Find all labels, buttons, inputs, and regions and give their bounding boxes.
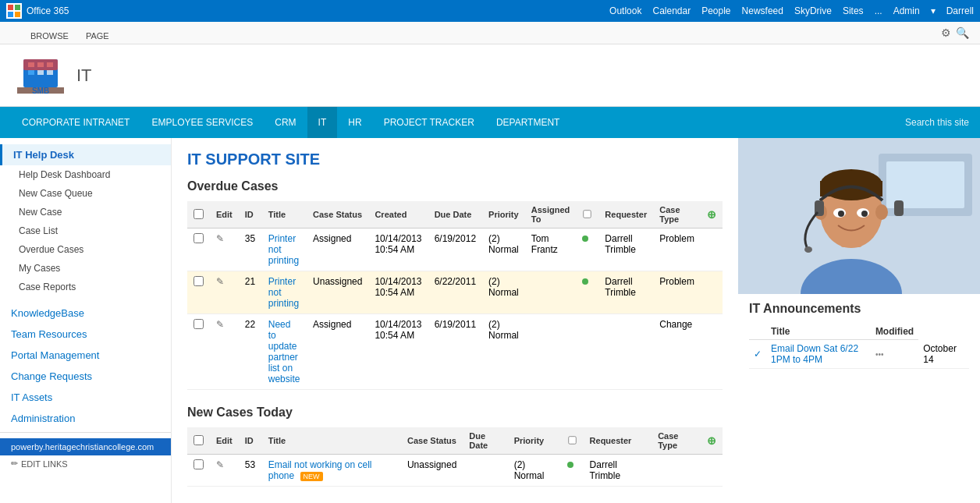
o365-app-name: Office 365 bbox=[27, 5, 69, 16]
row-extra bbox=[701, 455, 723, 487]
search-icon[interactable]: 🔍 bbox=[956, 27, 969, 39]
col-assigned: Assigned To bbox=[525, 201, 577, 228]
select-all-checkbox2[interactable] bbox=[194, 435, 204, 445]
svg-rect-8 bbox=[28, 70, 34, 75]
sidebar-item-case-list[interactable]: Case List bbox=[0, 221, 171, 240]
row-title[interactable]: Printer not printing bbox=[262, 271, 307, 314]
ribbon-tabs: BROWSE PAGE bbox=[11, 22, 129, 44]
site-header: SMB IT bbox=[0, 44, 980, 107]
row-requester: Darrell Trimble bbox=[584, 455, 652, 487]
o365-calendar[interactable]: Calendar bbox=[652, 5, 691, 16]
row-casetype: Change bbox=[653, 314, 701, 390]
sidebar-item-portal-management[interactable]: Portal Management bbox=[0, 345, 171, 366]
svg-rect-9 bbox=[37, 70, 44, 75]
row-casetype bbox=[652, 455, 701, 487]
nav-corporate-intranet[interactable]: CORPORATE INTRANET bbox=[11, 107, 140, 138]
sidebar-item-help-desk-dashboard[interactable]: Help Desk Dashboard bbox=[0, 165, 171, 184]
table-row: ✎ 53 Email not working on cell phone NEW… bbox=[187, 455, 723, 487]
sidebar-item-change-requests[interactable]: Change Requests bbox=[0, 366, 171, 387]
sidebar-footer-url: powerby.heritagechristiancollege.com bbox=[0, 438, 171, 455]
sidebar-item-administration[interactable]: Administration bbox=[0, 408, 171, 429]
row-id: 22 bbox=[239, 314, 262, 390]
table-row: ✎ 21 Printer not printing Unassigned 10/… bbox=[187, 271, 723, 314]
o365-sites[interactable]: Sites bbox=[843, 5, 864, 16]
row-check bbox=[187, 455, 210, 487]
sidebar-item-it-help-desk[interactable]: IT Help Desk bbox=[0, 144, 171, 165]
row-title[interactable]: Printer not printing bbox=[262, 228, 307, 271]
o365-more[interactable]: ... bbox=[875, 5, 882, 16]
row-priority: (2) Normal bbox=[482, 271, 525, 314]
col-add: ⊕ bbox=[701, 201, 723, 228]
page-tab[interactable]: PAGE bbox=[77, 27, 118, 44]
nav-department[interactable]: DEPARTMENT bbox=[485, 107, 571, 138]
row-checkbox[interactable] bbox=[194, 319, 204, 329]
row-checkbox[interactable] bbox=[194, 233, 204, 243]
o365-outlook[interactable]: Outlook bbox=[609, 5, 641, 16]
row-checkbox[interactable] bbox=[194, 459, 204, 469]
o365-skydrive[interactable]: SkyDrive bbox=[794, 5, 832, 16]
ann-check-col bbox=[749, 324, 766, 340]
browse-tab[interactable]: BROWSE bbox=[22, 27, 77, 44]
svg-rect-2 bbox=[8, 12, 13, 17]
row-created: 10/14/2013 10:54 AM bbox=[368, 271, 428, 314]
select-all-checkbox[interactable] bbox=[194, 209, 204, 219]
row-checkbox[interactable] bbox=[194, 276, 204, 286]
status-dot-icon bbox=[582, 278, 588, 285]
sidebar-item-new-case[interactable]: New Case bbox=[0, 203, 171, 221]
ann-title[interactable]: Email Down Sat 6/22 1PM to 4PM bbox=[766, 340, 871, 369]
row-title[interactable]: Email not working on cell phone NEW bbox=[262, 455, 401, 487]
row-edit[interactable]: ✎ bbox=[210, 455, 239, 487]
sidebar-item-overdue-cases[interactable]: Overdue Cases bbox=[0, 240, 171, 259]
svg-point-31 bbox=[804, 246, 812, 253]
sidebar-item-new-case-queue[interactable]: New Case Queue bbox=[0, 184, 171, 203]
ann-dots[interactable]: ••• bbox=[871, 340, 918, 369]
ann-title-col: Title bbox=[766, 324, 871, 340]
ann-modified-col: Modified bbox=[871, 324, 918, 340]
row-status: Assigned bbox=[307, 228, 368, 271]
col-priority: Priority bbox=[482, 201, 525, 228]
sidebar-item-it-assets[interactable]: IT Assets bbox=[0, 387, 171, 408]
page-layout: IT Help Desk Help Desk Dashboard New Cas… bbox=[0, 138, 980, 503]
row-requester bbox=[598, 314, 653, 390]
row-dot bbox=[561, 455, 584, 487]
edit-links-button[interactable]: ✏ EDIT LINKS bbox=[0, 455, 171, 472]
new-cases-title: New Cases Today bbox=[187, 406, 723, 420]
o365-bar-left: Office 365 bbox=[6, 3, 69, 19]
row-casetype: Problem bbox=[653, 228, 701, 271]
svg-rect-0 bbox=[8, 5, 13, 10]
new-badge: NEW bbox=[300, 472, 323, 481]
sidebar-item-knowledgebase[interactable]: KnowledgeBase bbox=[0, 303, 171, 324]
add-column-icon[interactable]: ⊕ bbox=[707, 208, 716, 221]
o365-people[interactable]: People bbox=[701, 5, 730, 16]
row-priority: (2) Normal bbox=[508, 455, 561, 487]
o365-logo-icon[interactable] bbox=[6, 3, 22, 19]
row-edit[interactable]: ✎ bbox=[210, 314, 239, 390]
ann-check-icon: ✓ bbox=[749, 340, 766, 369]
nav-it[interactable]: IT bbox=[307, 107, 338, 138]
requester-checkbox[interactable] bbox=[584, 210, 591, 218]
col-id: ID bbox=[239, 201, 262, 228]
settings-icon[interactable]: ⚙ bbox=[941, 27, 951, 39]
col-requester2: Requester bbox=[584, 427, 652, 455]
o365-admin[interactable]: Admin bbox=[893, 5, 920, 16]
nav-employee-services[interactable]: EMPLOYEE SERVICES bbox=[140, 107, 264, 138]
col-requester: Requester bbox=[598, 201, 653, 228]
add-column-icon2[interactable]: ⊕ bbox=[707, 434, 716, 447]
nav-project-tracker[interactable]: PROJECT TRACKER bbox=[373, 107, 485, 138]
sidebar-item-team-resources[interactable]: Team Resources bbox=[0, 324, 171, 345]
row-priority: (2) Normal bbox=[482, 228, 525, 271]
sidebar-item-case-reports[interactable]: Case Reports bbox=[0, 278, 171, 296]
nav-crm[interactable]: CRM bbox=[264, 107, 307, 138]
row-edit[interactable]: ✎ bbox=[210, 271, 239, 314]
row-title[interactable]: Need to update partner list on website bbox=[262, 314, 307, 390]
row-edit[interactable]: ✎ bbox=[210, 228, 239, 271]
requester-checkbox2[interactable] bbox=[568, 436, 576, 444]
nav-hr[interactable]: HR bbox=[337, 107, 372, 138]
ann-modified: October 14 bbox=[918, 340, 969, 369]
col-due2: Due Date bbox=[463, 427, 507, 455]
col-created: Created bbox=[368, 201, 428, 228]
o365-user[interactable]: Darrell bbox=[946, 5, 974, 16]
sidebar-item-my-cases[interactable]: My Cases bbox=[0, 259, 171, 278]
more-options-icon[interactable]: ••• bbox=[875, 350, 884, 359]
o365-newsfeed[interactable]: Newsfeed bbox=[742, 5, 783, 16]
